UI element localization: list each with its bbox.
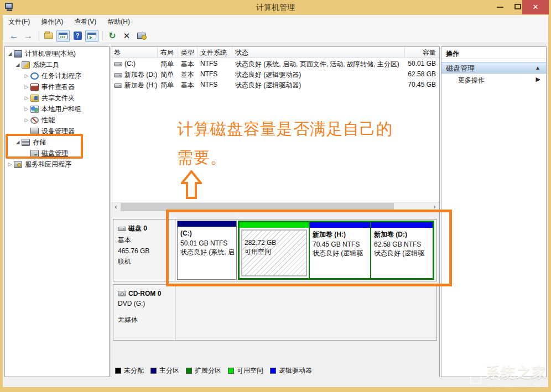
window-title: 计算机管理 bbox=[0, 3, 551, 13]
legend-extended-swatch bbox=[186, 368, 192, 374]
legend: 未分配 主分区 扩展分区 可用空间 逻辑驱动器 bbox=[114, 365, 312, 376]
shared-folder-icon bbox=[30, 95, 39, 102]
annotation-text-line2: 需要。 bbox=[177, 147, 227, 169]
column-type[interactable]: 类型 bbox=[178, 47, 197, 58]
column-filesystem[interactable]: 文件系统 bbox=[197, 47, 232, 58]
watermark: ⌂ 系统之家 XITONGZHIJIA.NET bbox=[468, 362, 548, 388]
cdrom-label[interactable]: CD-ROM 0 DVD (G:) 无媒体 bbox=[113, 285, 175, 340]
expander-icon[interactable]: ▷ bbox=[23, 73, 30, 79]
tree-item-services-applications[interactable]: ▷服务和应用程序 bbox=[6, 159, 71, 170]
back-button[interactable]: ← bbox=[7, 30, 20, 42]
expander-icon[interactable]: ▷ bbox=[23, 106, 30, 112]
menu-view[interactable]: 查看(V) bbox=[69, 15, 102, 29]
computer-management-window: 计算机管理 ✕ 文件(F) 操作(A) 查看(V) 帮助(H) ← → ? ↻ … bbox=[0, 0, 551, 392]
console-tree-panel: ◢计算机管理(本地) ◢系统工具 ▷任务计划程序 ▷事件查看器 ▷共享文件夹 ▷… bbox=[4, 46, 110, 377]
console-tree-icon bbox=[59, 33, 67, 39]
volume-icon bbox=[114, 83, 122, 88]
refresh-button[interactable]: ↻ bbox=[106, 30, 119, 42]
clock-icon bbox=[30, 72, 39, 80]
legend-logical-label: 逻辑驱动器 bbox=[279, 366, 312, 375]
legend-unallocated-label: 未分配 bbox=[124, 366, 144, 375]
expander-icon[interactable]: ▷ bbox=[23, 84, 30, 90]
expander-icon[interactable]: ▷ bbox=[23, 95, 30, 101]
show-console-tree-button[interactable] bbox=[56, 30, 70, 42]
tree-item-local-users-groups[interactable]: ▷本地用户和组 bbox=[23, 103, 81, 114]
volume-row-c[interactable]: (C:) 简单 基本 NTFS 状态良好 (系统, 启动, 页面文件, 活动, … bbox=[111, 59, 439, 69]
minimize-button[interactable] bbox=[497, 7, 503, 8]
scroll-left-icon[interactable]: ‹ bbox=[111, 202, 121, 212]
legend-unallocated-swatch bbox=[115, 368, 121, 374]
volume-list-header: 卷 布局 类型 文件系统 状态 容量 bbox=[111, 47, 439, 58]
disk-icon bbox=[118, 227, 126, 231]
volume-row-h[interactable]: 新加卷 (H:) 简单 基本 NTFS 状态良好 (逻辑驱动器) 70.45 G… bbox=[111, 80, 439, 90]
delete-icon: ✕ bbox=[123, 31, 131, 41]
refresh-icon: ↻ bbox=[108, 30, 116, 41]
legend-primary-swatch bbox=[150, 368, 157, 374]
expander-icon[interactable]: ▷ bbox=[23, 117, 30, 123]
tree-item-computer-management[interactable]: ◢计算机管理(本地) bbox=[6, 48, 76, 59]
expander-icon[interactable]: ◢ bbox=[6, 51, 14, 56]
tree-item-event-viewer[interactable]: ▷事件查看器 bbox=[23, 81, 75, 92]
disk0-size: 465.76 GB bbox=[118, 247, 171, 255]
toolbar: ← → ? ↻ ✕ bbox=[3, 29, 548, 43]
computer-icon bbox=[14, 50, 22, 58]
actions-panel: 操作 磁盘管理 ▲ 更多操作 ▶ bbox=[441, 46, 547, 377]
properties-icon bbox=[137, 33, 145, 39]
tree-item-shared-folders[interactable]: ▷共享文件夹 bbox=[23, 92, 75, 103]
menu-help[interactable]: 帮助(H) bbox=[102, 15, 136, 29]
legend-logical-swatch bbox=[270, 368, 276, 374]
column-capacity[interactable]: 容量 bbox=[405, 47, 439, 58]
expander-icon[interactable]: ▷ bbox=[6, 161, 14, 167]
users-icon bbox=[30, 106, 39, 113]
toolbar-separator bbox=[39, 31, 39, 41]
annotation-text-line1: 计算磁盘容量是否满足自己的 bbox=[177, 118, 393, 140]
cdrom-row: CD-ROM 0 DVD (G:) 无媒体 bbox=[113, 284, 437, 341]
volume-icon bbox=[114, 62, 122, 66]
annotation-up-arrow-icon bbox=[181, 170, 202, 199]
help-icon: ? bbox=[74, 32, 82, 40]
legend-freespace-label: 可用空间 bbox=[237, 366, 263, 375]
expander-icon[interactable]: ◢ bbox=[14, 62, 22, 67]
menu-bar: 文件(F) 操作(A) 查看(V) 帮助(H) bbox=[3, 15, 548, 29]
annotation-box-tree bbox=[6, 134, 83, 159]
back-icon: ← bbox=[9, 30, 19, 41]
column-status[interactable]: 状态 bbox=[232, 47, 405, 58]
volume-row-d[interactable]: 新加卷 (D:) 简单 基本 NTFS 状态良好 (逻辑驱动器) 62.58 G… bbox=[111, 69, 439, 80]
actions-header: 操作 bbox=[441, 47, 546, 59]
export-button[interactable] bbox=[42, 30, 55, 42]
maximize-button[interactable] bbox=[514, 4, 521, 9]
legend-extended-label: 扩展分区 bbox=[195, 366, 221, 375]
tools-icon bbox=[22, 61, 30, 69]
column-volume[interactable]: 卷 bbox=[111, 47, 158, 58]
actions-group-disk-management[interactable]: 磁盘管理 ▲ bbox=[441, 62, 546, 74]
watermark-subtitle: XITONGZHIJIA.NET bbox=[486, 382, 548, 388]
properties-button[interactable] bbox=[134, 30, 148, 42]
legend-primary-label: 主分区 bbox=[159, 366, 179, 375]
cdrom-icon bbox=[118, 291, 126, 296]
show-action-pane-button[interactable] bbox=[85, 30, 98, 42]
close-button[interactable]: ✕ bbox=[522, 0, 549, 14]
toolbar-separator bbox=[102, 31, 103, 41]
more-actions-item[interactable]: 更多操作 ▶ bbox=[441, 74, 546, 86]
delete-button[interactable]: ✕ bbox=[120, 30, 133, 42]
column-layout[interactable]: 布局 bbox=[158, 47, 178, 58]
disk0-type: 基本 bbox=[118, 236, 171, 245]
submenu-arrow-icon: ▶ bbox=[536, 76, 540, 83]
cdrom-drive: DVD (G:) bbox=[118, 300, 171, 307]
tree-item-performance[interactable]: ▷性能 bbox=[23, 114, 55, 126]
services-icon bbox=[14, 161, 22, 168]
tree-item-task-scheduler[interactable]: ▷任务计划程序 bbox=[23, 70, 81, 81]
legend-freespace-swatch bbox=[228, 368, 234, 374]
help-button[interactable]: ? bbox=[71, 30, 84, 42]
menu-action[interactable]: 操作(A) bbox=[35, 15, 69, 29]
collapse-icon[interactable]: ▲ bbox=[535, 65, 540, 71]
action-pane-icon bbox=[87, 33, 96, 39]
menu-file[interactable]: 文件(F) bbox=[3, 15, 35, 29]
forward-icon: → bbox=[24, 30, 33, 41]
title-bar: 计算机管理 ✕ bbox=[0, 0, 551, 15]
volume-icon bbox=[114, 73, 122, 77]
event-log-icon bbox=[30, 83, 39, 91]
tree-item-system-tools[interactable]: ◢系统工具 bbox=[14, 59, 59, 70]
disk0-status: 联机 bbox=[118, 257, 171, 266]
forward-button[interactable]: → bbox=[22, 30, 35, 42]
